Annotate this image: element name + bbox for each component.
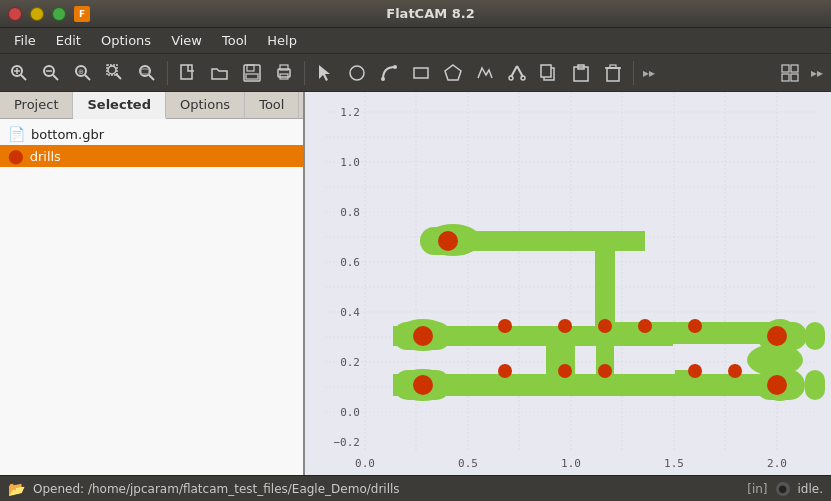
svg-rect-40 [782, 65, 789, 72]
tree-item-drills[interactable]: ⬤ drills [0, 145, 303, 167]
svg-text:⊕: ⊕ [78, 68, 84, 76]
svg-point-32 [521, 76, 525, 80]
titlebar: F FlatCAM 8.2 [0, 0, 831, 28]
svg-point-112 [558, 319, 572, 333]
open-file-button[interactable] [205, 58, 235, 88]
svg-text:0.5: 0.5 [458, 457, 478, 470]
left-panel: Project Selected Options Tool 📄 bottom.g… [0, 92, 305, 475]
svg-text:1.5: 1.5 [664, 457, 684, 470]
menu-view[interactable]: View [161, 31, 212, 50]
minimize-button[interactable] [30, 7, 44, 21]
new-file-button[interactable] [173, 58, 203, 88]
main-area: Project Selected Options Tool 📄 bottom.g… [0, 92, 831, 475]
paste-button[interactable] [566, 58, 596, 88]
print-button[interactable] [269, 58, 299, 88]
svg-rect-108 [805, 322, 825, 350]
svg-point-116 [688, 364, 702, 378]
svg-rect-39 [610, 65, 616, 68]
svg-point-26 [393, 65, 397, 69]
tab-tool[interactable]: Tool [245, 92, 299, 118]
status-text: idle. [798, 482, 823, 496]
svg-text:0.8: 0.8 [340, 206, 360, 219]
tab-project[interactable]: Project [0, 92, 73, 118]
zoom-selection-button[interactable] [100, 58, 130, 88]
svg-rect-34 [541, 65, 551, 77]
svg-rect-41 [791, 65, 798, 72]
svg-point-31 [509, 76, 513, 80]
svg-rect-19 [246, 74, 258, 79]
save-button[interactable] [237, 58, 267, 88]
menu-tool[interactable]: Tool [212, 31, 257, 50]
tree-item-label: drills [30, 149, 61, 164]
svg-rect-37 [607, 68, 619, 81]
svg-text:0.6: 0.6 [340, 256, 360, 269]
svg-line-1 [21, 75, 26, 80]
svg-rect-27 [414, 68, 428, 78]
svg-point-12 [108, 66, 116, 74]
delete-button[interactable] [598, 58, 628, 88]
svg-line-11 [116, 74, 121, 79]
svg-rect-18 [247, 65, 254, 71]
more-right-button[interactable]: ▸▸ [807, 66, 827, 80]
svg-marker-23 [319, 65, 330, 81]
close-button[interactable] [8, 7, 22, 21]
svg-point-25 [381, 77, 385, 81]
drill-icon: ⬤ [8, 148, 24, 164]
svg-text:2.0: 2.0 [767, 457, 787, 470]
svg-line-30 [517, 66, 523, 77]
svg-point-120 [767, 326, 787, 346]
cut-button[interactable] [502, 58, 532, 88]
freehand-tool-button[interactable] [470, 58, 500, 88]
project-tree: 📄 bottom.gbr ⬤ drills [0, 119, 303, 475]
toolbar: ⊕ [0, 54, 831, 92]
menu-edit[interactable]: Edit [46, 31, 91, 50]
svg-point-24 [350, 66, 364, 80]
menu-options[interactable]: Options [91, 31, 161, 50]
svg-point-115 [558, 364, 572, 378]
svg-point-113 [598, 319, 612, 333]
tab-selected[interactable]: Selected [73, 92, 166, 119]
idle-icon: ● [776, 482, 790, 496]
tab-options[interactable]: Options [166, 92, 245, 118]
statusbar: 📂 Opened: /home/jpcaram/flatcam_test_fil… [0, 475, 831, 501]
copy-button[interactable] [534, 58, 564, 88]
tree-item-bottom-gbr[interactable]: 📄 bottom.gbr [0, 123, 303, 145]
tab-bar: Project Selected Options Tool [0, 92, 303, 119]
svg-rect-16 [181, 65, 192, 79]
zoom-fit-button[interactable]: ⊕ [68, 58, 98, 88]
svg-point-119 [767, 375, 787, 395]
canvas-area[interactable]: 1.2 1.0 0.8 0.6 0.4 0.2 0.0 −0.2 0.0 0.5… [305, 92, 831, 475]
menu-help[interactable]: Help [257, 31, 307, 50]
more-tools-button[interactable]: ▸▸ [639, 66, 659, 80]
svg-point-123 [498, 364, 512, 378]
rect-tool-button[interactable] [406, 58, 436, 88]
svg-point-110 [413, 326, 433, 346]
menu-file[interactable]: File [4, 31, 46, 50]
status-message: Opened: /home/jpcaram/flatcam_test_files… [33, 482, 400, 496]
separator-3 [633, 61, 634, 85]
svg-line-5 [53, 75, 58, 80]
svg-text:1.0: 1.0 [340, 156, 360, 169]
zoom-out-button[interactable] [36, 58, 66, 88]
svg-text:0.2: 0.2 [340, 356, 360, 369]
pcb-canvas: 1.2 1.0 0.8 0.6 0.4 0.2 0.0 −0.2 0.0 0.5… [305, 92, 831, 475]
zoom-custom-button[interactable] [132, 58, 162, 88]
circle-tool-button[interactable] [342, 58, 372, 88]
separator-1 [167, 61, 168, 85]
separator-2 [304, 61, 305, 85]
svg-text:1.2: 1.2 [340, 106, 360, 119]
svg-line-14 [149, 75, 154, 80]
maximize-button[interactable] [52, 7, 66, 21]
svg-text:0.4: 0.4 [340, 306, 360, 319]
svg-rect-107 [805, 370, 825, 400]
svg-text:0.0: 0.0 [340, 406, 360, 419]
window-title: FlatCAM 8.2 [98, 6, 763, 21]
menubar: File Edit Options View Tool Help [0, 28, 831, 54]
polygon-tool-button[interactable] [438, 58, 468, 88]
arc-tool-button[interactable] [374, 58, 404, 88]
svg-point-122 [498, 319, 512, 333]
zoom-in-button[interactable] [4, 58, 34, 88]
svg-text:−0.2: −0.2 [334, 436, 361, 449]
pointer-tool-button[interactable] [310, 58, 340, 88]
grid-button[interactable] [775, 58, 805, 88]
